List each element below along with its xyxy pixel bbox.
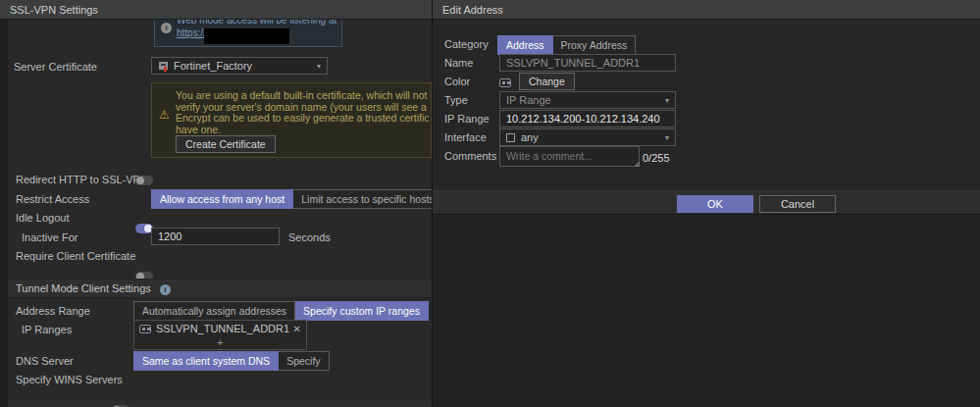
address-range-label: Address Range (16, 305, 90, 317)
web-mode-url-link[interactable]: https:// (177, 27, 206, 38)
redirect-http-label: Redirect HTTP to SSL-VPN (16, 174, 148, 185)
ok-button[interactable]: OK (677, 195, 753, 213)
dns-server-label: DNS Server (16, 355, 74, 367)
left-panel-title: SSL-VPN Settings (0, 0, 432, 20)
right-panel-title: Edit Address (433, 0, 980, 20)
sslvpn-settings-screen: SSL-VPN Settings i Web mode access will … (0, 0, 980, 407)
color-label: Color (444, 76, 470, 87)
color-swatch-icon (499, 78, 511, 87)
horizontal-scrollbar[interactable] (8, 401, 432, 407)
same-as-client-dns-button[interactable]: Same as client system DNS (133, 351, 279, 371)
address-object-icon (139, 325, 151, 333)
panel-lower-area (433, 215, 980, 407)
warning-line-4: have one. (176, 125, 429, 136)
ip-range-tag-label: SSLVPN_TUNNEL_ADDR1 (156, 323, 289, 334)
chevron-down-icon: ▾ (665, 96, 669, 105)
warning-line-1: You are using a default built-in certifi… (176, 90, 429, 102)
server-certificate-value: Fortinet_Factory (174, 60, 252, 72)
category-proxy-address-button[interactable]: Proxy Address (553, 35, 637, 55)
interface-select[interactable]: any ▾ (499, 128, 676, 146)
limit-specific-hosts-button[interactable]: Limit access to specific hosts (293, 189, 432, 209)
inactive-for-label: Inactive For (22, 231, 77, 243)
certificate-icon (158, 61, 169, 72)
specify-custom-ip-ranges-button[interactable]: Specify custom IP ranges (295, 301, 429, 321)
edit-address-panel: Edit Address Category Address Proxy Addr… (432, 0, 980, 407)
restrict-access-label: Restrict Access (16, 193, 89, 205)
server-certificate-select[interactable]: Fortinet_Factory ▾ (151, 57, 328, 75)
tunnel-mode-section-header: Tunnel Mode Client Settings i (8, 279, 432, 298)
warning-line-3: Encrypt can be used to easily generate a… (176, 113, 429, 125)
warning-line-2: verify your server's domain name (your u… (176, 102, 429, 114)
auto-assign-addresses-button[interactable]: Automatically assign addresses (133, 301, 295, 321)
category-segment: Address Proxy Address (497, 35, 636, 55)
ip-ranges-label: IP Ranges (22, 324, 72, 335)
category-address-button[interactable]: Address (497, 35, 553, 55)
change-color-button[interactable]: Change (519, 73, 575, 90)
comments-counter: 0/255 (643, 152, 670, 164)
redirect-http-toggle[interactable] (135, 176, 153, 185)
interface-any-icon (506, 133, 515, 142)
cancel-button[interactable]: Cancel (759, 195, 836, 213)
ip-range-input[interactable] (499, 110, 676, 127)
ip-range-label: IP Range (444, 113, 490, 125)
warning-icon: ⚠ (159, 108, 170, 122)
tunnel-mode-section-label: Tunnel Mode Client Settings (16, 282, 151, 294)
specify-wins-label: Specify WINS Servers (16, 374, 123, 385)
ip-ranges-box: SSLVPN_TUNNEL_ADDR1 ✕ + (133, 320, 307, 350)
comments-textarea[interactable] (499, 146, 640, 167)
dns-server-segment: Same as client system DNS Specify (133, 351, 330, 371)
create-certificate-button[interactable]: Create Certificate (176, 135, 276, 153)
add-ip-range-button[interactable]: + (134, 336, 306, 350)
restrict-access-segment: Allow access from any host Limit access … (151, 189, 432, 209)
info-icon: i (161, 23, 172, 33)
left-edge-strip (0, 20, 8, 407)
type-select[interactable]: IP Range ▾ (499, 91, 676, 109)
ip-range-tag[interactable]: SSLVPN_TUNNEL_ADDR1 ✕ (134, 321, 306, 336)
certificate-warning-box: ⚠ You are using a default built-in certi… (151, 82, 432, 158)
dialog-footer: OK Cancel (433, 190, 980, 215)
category-label: Category (444, 38, 489, 50)
allow-any-host-button[interactable]: Allow access from any host (151, 189, 293, 209)
comments-label: Comments (444, 150, 496, 162)
remove-ip-range-icon[interactable]: ✕ (293, 324, 301, 334)
interface-value: any (521, 131, 539, 143)
idle-logout-label: Idle Logout (16, 212, 69, 224)
server-certificate-label: Server Certificate (14, 61, 97, 73)
address-range-segment: Automatically assign addresses Specify c… (133, 301, 429, 321)
name-input[interactable] (499, 54, 676, 72)
specify-dns-button[interactable]: Specify (279, 351, 329, 371)
section-info-icon: i (160, 284, 171, 295)
seconds-unit-label: Seconds (288, 231, 331, 243)
chevron-down-icon: ▾ (665, 133, 669, 142)
chevron-down-icon: ▾ (317, 62, 321, 71)
name-label: Name (444, 57, 473, 69)
type-label: Type (444, 94, 468, 106)
interface-label: Interface (444, 131, 487, 143)
inactive-for-input[interactable] (151, 228, 280, 245)
type-value: IP Range (506, 94, 551, 106)
redacted-url (204, 28, 289, 44)
resize-handle[interactable] (634, 161, 640, 167)
sslvpn-settings-panel: SSL-VPN Settings i Web mode access will … (0, 0, 432, 407)
require-client-cert-label: Require Client Certificate (16, 250, 135, 262)
